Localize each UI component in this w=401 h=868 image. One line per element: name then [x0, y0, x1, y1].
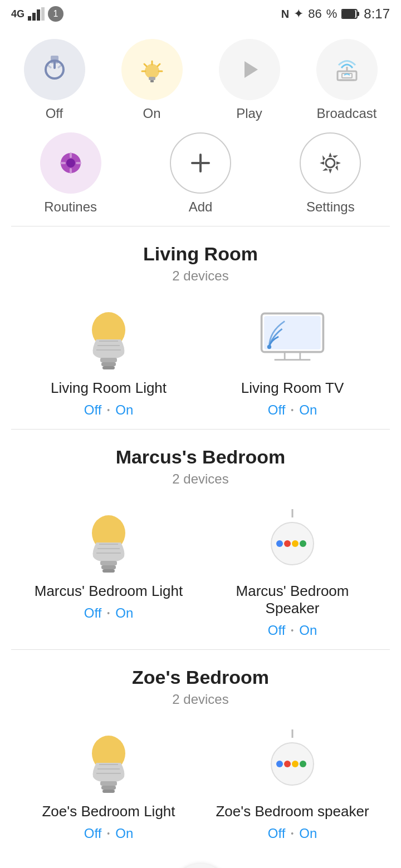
action-add-circle[interactable] — [170, 132, 231, 194]
svg-rect-3 — [41, 7, 45, 21]
svg-point-51 — [284, 540, 291, 547]
room-title-zoe-bedroom: Zoe's Bedroom — [17, 667, 384, 688]
on-icon — [138, 56, 166, 83]
svg-point-26 — [66, 159, 75, 167]
svg-point-60 — [276, 761, 283, 767]
svg-point-63 — [300, 761, 306, 767]
svg-rect-30 — [76, 162, 81, 164]
status-off-living-room-tv: Off — [268, 402, 286, 418]
action-broadcast[interactable]: Broadcast — [305, 39, 389, 121]
status-on-living-room-light: On — [115, 402, 133, 418]
device-name-zoe-light: Zoe's Bedroom Light — [42, 803, 175, 820]
signal-bars-icon — [28, 7, 45, 21]
device-status-marcus-light: Off • On — [84, 605, 134, 621]
action-off-label: Off — [46, 106, 63, 121]
device-status-zoe-light: Off • On — [84, 826, 134, 841]
svg-rect-57 — [102, 790, 115, 793]
action-add-label: Add — [189, 199, 213, 215]
device-name-living-room-light: Living Room Light — [51, 379, 167, 397]
status-dot-zoe-speaker: • — [291, 829, 294, 838]
svg-point-53 — [300, 540, 306, 547]
devices-grid-living-room: Living Room Light Off • On — [17, 300, 384, 418]
speaker-icon — [262, 509, 323, 570]
status-dot-marcus-light: • — [107, 609, 110, 618]
status-on-marcus-speaker: On — [299, 623, 317, 638]
svg-rect-1 — [32, 13, 36, 21]
device-zoe-light[interactable]: Zoe's Bedroom Light Off • On — [25, 724, 192, 841]
action-off-circle[interactable] — [24, 39, 85, 100]
status-on-living-room-tv: On — [299, 402, 317, 418]
device-marcus-light[interactable]: Marcus' Bedroom Light Off • On — [25, 504, 192, 621]
status-dot-living-room-tv: • — [291, 406, 294, 415]
device-status-living-room-tv: Off • On — [268, 402, 317, 418]
action-play[interactable]: Play — [208, 39, 291, 121]
device-status-zoe-speaker: Off • On — [268, 826, 317, 841]
svg-rect-37 — [102, 366, 115, 369]
action-off[interactable]: Off — [13, 39, 96, 121]
action-routines-circle[interactable] — [40, 132, 101, 194]
action-routines-label: Routines — [44, 199, 97, 215]
light-bulb-icon-2 — [81, 506, 136, 573]
action-play-circle[interactable] — [219, 39, 280, 100]
svg-rect-2 — [37, 9, 40, 21]
svg-rect-35 — [100, 358, 117, 362]
svg-rect-11 — [51, 56, 58, 63]
svg-point-52 — [292, 540, 299, 547]
status-dot-marcus-speaker: • — [291, 626, 294, 635]
device-name-marcus-speaker: Marcus' Bedroom Speaker — [209, 583, 376, 617]
device-icon-living-room-tv — [256, 300, 329, 373]
action-settings[interactable]: Settings — [288, 132, 372, 215]
broadcast-icon — [333, 56, 361, 83]
room-count-zoe-bedroom: 2 devices — [17, 692, 384, 707]
speaker-icon-2 — [262, 729, 323, 791]
action-on[interactable]: On — [110, 39, 194, 121]
device-name-marcus-light: Marcus' Bedroom Light — [35, 583, 183, 600]
device-living-room-tv[interactable]: Living Room TV Off • On — [209, 300, 376, 418]
svg-marker-20 — [244, 61, 258, 78]
svg-rect-47 — [102, 569, 115, 573]
top-actions-row2: Routines Add Settings — [0, 127, 401, 226]
status-on-marcus-light: On — [115, 605, 133, 621]
device-marcus-speaker[interactable]: Marcus' Bedroom Speaker Off • On — [209, 504, 376, 638]
svg-point-40 — [267, 345, 271, 349]
svg-rect-55 — [100, 781, 117, 786]
room-section-zoe-bedroom: Zoe's Bedroom 2 devices Zoe's Bedroom Li… — [0, 650, 401, 852]
time-display: 8:17 — [364, 6, 390, 22]
device-icon-living-room-light — [72, 300, 145, 373]
mic-button[interactable] — [173, 864, 228, 868]
action-routines[interactable]: Routines — [29, 132, 113, 215]
action-broadcast-circle[interactable] — [316, 39, 378, 100]
device-name-zoe-speaker: Zoe's Bedroom speaker — [216, 803, 369, 820]
nfc-icon: N — [281, 8, 289, 21]
room-title-marcus-bedroom: Marcus's Bedroom — [17, 446, 384, 468]
tv-icon — [259, 309, 326, 364]
routines-icon — [57, 149, 85, 177]
action-add[interactable]: Add — [159, 132, 242, 215]
svg-rect-13 — [149, 77, 155, 80]
svg-rect-21 — [338, 71, 356, 80]
status-dot-living-room-light: • — [107, 406, 110, 415]
device-icon-zoe-speaker — [256, 724, 329, 796]
device-zoe-speaker[interactable]: Zoe's Bedroom speaker Off • On — [209, 724, 376, 841]
svg-point-61 — [284, 761, 291, 767]
status-right: N ✦ 86% 8:17 — [281, 6, 390, 22]
status-bar: 4G 1 N ✦ 86% 8:17 — [0, 0, 401, 28]
action-on-circle[interactable] — [121, 39, 183, 100]
light-bulb-icon — [81, 303, 136, 370]
devices-grid-marcus-bedroom: Marcus' Bedroom Light Off • On — [17, 504, 384, 638]
device-icon-marcus-light — [72, 504, 145, 576]
bluetooth-icon: ✦ — [294, 7, 304, 21]
action-settings-circle[interactable] — [300, 132, 361, 194]
svg-point-33 — [326, 159, 335, 167]
svg-rect-29 — [60, 162, 66, 164]
svg-rect-36 — [101, 362, 116, 366]
status-off-living-room-light: Off — [84, 402, 102, 418]
device-living-room-light[interactable]: Living Room Light Off • On — [25, 300, 192, 418]
svg-rect-6 — [342, 10, 355, 18]
svg-rect-28 — [70, 168, 72, 174]
status-off-zoe-speaker: Off — [268, 826, 286, 841]
room-section-marcus-bedroom: Marcus's Bedroom 2 devices Marcus' Bedro… — [0, 430, 401, 649]
device-status-living-room-light: Off • On — [84, 402, 134, 418]
notification-badge: 1 — [48, 6, 63, 22]
svg-line-16 — [144, 64, 146, 66]
